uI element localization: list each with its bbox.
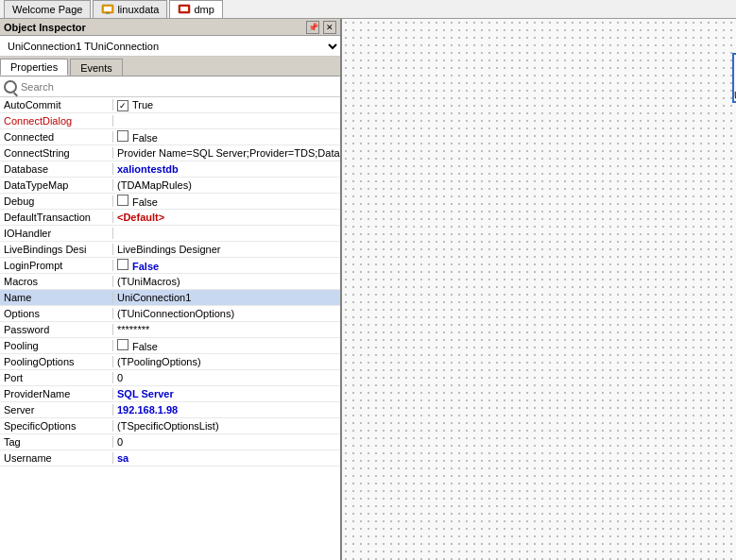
prop-value: False [113,259,340,272]
prop-name: Password [0,324,113,335]
component-selector[interactable]: UniConnection1 TUniConnection [0,36,340,57]
prop-value: ******** [113,324,340,335]
prop-value: xaliontestdb [113,163,340,175]
prop-name: DataTypeMap [0,179,113,191]
svg-rect-4 [180,7,188,11]
prop-name: Tag [0,436,113,448]
tab-events-label: Events [80,62,112,74]
prop-row-name[interactable]: NameUniConnection1 [0,290,340,306]
object-inspector-panel: Object Inspector 📌 ✕ UniConnection1 TUni… [0,19,342,560]
prop-name: Pooling [0,340,113,351]
prop-row-defaulttransaction[interactable]: DefaultTransaction<Default> [0,210,340,226]
prop-name: DefaultTransaction [0,212,113,223]
prop-row-connectdialog[interactable]: ConnectDialog [0,113,340,129]
prop-name: LiveBindings Desi [0,244,113,255]
tab-dmp[interactable]: dmp [169,0,222,18]
prop-row-connected[interactable]: ConnectedFalse [0,129,340,145]
prop-row-connectstring[interactable]: ConnectStringProvider Name=SQL Server;Pr… [0,145,340,161]
tab-linuxdata-label: linuxdata [117,4,159,15]
top-tabbar: Welcome Page linuxdata dmp [0,0,736,19]
prop-row-livebindings-desi[interactable]: LiveBindings DesiLiveBindings Designer [0,242,340,258]
prop-value: False [113,195,340,208]
tab-events[interactable]: Events [70,59,123,76]
prop-row-specificoptions[interactable]: SpecificOptions(TSpecificOptionsList) [0,418,340,434]
prop-name: Port [0,372,113,383]
prop-row-loginprompt[interactable]: LoginPromptFalse [0,258,340,274]
prop-value: 192.168.1.98 [113,404,340,416]
prop-name: Database [0,163,113,175]
component-dropdown[interactable]: UniConnection1 TUniConnection [0,38,340,55]
prop-name: ProviderName [0,388,113,399]
tab-properties-label: Properties [10,61,58,73]
prop-checkbox[interactable] [117,195,128,206]
tab-linuxdata[interactable]: linuxdata [93,0,167,18]
prop-row-options[interactable]: Options(TUniConnectionOptions) [0,306,340,322]
prop-value: (TUniMacros) [113,276,340,287]
prop-name: AutoCommit [0,99,113,110]
prop-value: (TUniConnectionOptions) [113,308,340,319]
prop-value: 0 [113,436,340,448]
prop-checkbox[interactable] [117,339,128,350]
prop-value: 0 [113,372,340,383]
tab-properties[interactable]: Properties [0,59,68,76]
prop-value: True [113,99,340,111]
prop-row-iohandler[interactable]: IOHandler [0,226,340,242]
prop-row-server[interactable]: Server192.168.1.98 [0,402,340,418]
prop-value: (TPoolingOptions) [113,356,340,367]
prop-row-password[interactable]: Password******** [0,322,340,338]
prop-row-port[interactable]: Port0 [0,370,340,386]
canvas-area[interactable]: UNI UniConnection1 [342,19,736,560]
prop-value: False [113,130,340,144]
prop-name: Username [0,452,113,464]
tab-welcome[interactable]: Welcome Page [4,0,91,18]
prop-name: IOHandler [0,228,113,239]
oi-controls: 📌 ✕ [306,21,336,34]
oi-pin-button[interactable]: 📌 [306,21,319,34]
prop-row-providername[interactable]: ProviderNameSQL Server [0,386,340,402]
right-panel: UNI UniConnection1 [342,19,736,560]
prop-row-pooling[interactable]: PoolingFalse [0,338,340,354]
search-icon [4,80,17,93]
prop-value: LiveBindings Designer [113,244,340,255]
prop-row-username[interactable]: Usernamesa [0,450,340,467]
prop-name: LoginPrompt [0,260,113,271]
prop-checkbox[interactable] [117,130,128,142]
properties-table: AutoCommitTrueConnectDialogConnectedFals… [0,97,340,560]
tab-welcome-label: Welcome Page [12,4,82,15]
oi-header: Object Inspector 📌 ✕ [0,19,340,36]
prop-name: ConnectString [0,147,113,159]
prop-value: Provider Name=SQL Server;Provider=TDS;Da… [113,147,340,159]
tab-dmp-label: dmp [194,4,214,15]
search-input[interactable] [21,81,336,93]
prop-tabs: Properties Events [0,57,340,76]
prop-value: UniConnection1 [113,292,340,303]
prop-row-poolingoptions[interactable]: PoolingOptions(TPoolingOptions) [0,354,340,370]
prop-name: SpecificOptions [0,420,113,432]
search-bar [0,76,340,97]
prop-name: Options [0,308,113,319]
prop-row-database[interactable]: Databasexaliontestdb [0,161,340,178]
prop-name: Debug [0,195,113,207]
prop-row-tag[interactable]: Tag0 [0,434,340,450]
prop-checkbox[interactable] [117,100,128,111]
prop-row-datatypemap[interactable]: DataTypeMap(TDAMapRules) [0,178,340,194]
prop-checkbox[interactable] [117,259,128,270]
prop-value: SQL Server [113,388,340,399]
oi-title: Object Inspector [4,22,86,33]
prop-name: Macros [0,276,113,287]
prop-value: (TSpecificOptionsList) [113,420,340,432]
prop-row-autocommit[interactable]: AutoCommitTrue [0,97,340,113]
prop-value: False [113,339,340,352]
linuxdata-icon [101,3,114,16]
oi-close-button[interactable]: ✕ [323,21,336,34]
prop-name: Server [0,404,113,416]
prop-value: <Default> [113,212,340,223]
prop-name: Name [0,292,113,303]
svg-rect-1 [104,7,111,11]
prop-value: (TDAMapRules) [113,179,340,191]
prop-name: ConnectDialog [0,115,113,127]
prop-name: Connected [0,131,113,143]
prop-row-macros[interactable]: Macros(TUniMacros) [0,274,340,290]
prop-value: sa [113,452,340,464]
prop-row-debug[interactable]: DebugFalse [0,194,340,210]
